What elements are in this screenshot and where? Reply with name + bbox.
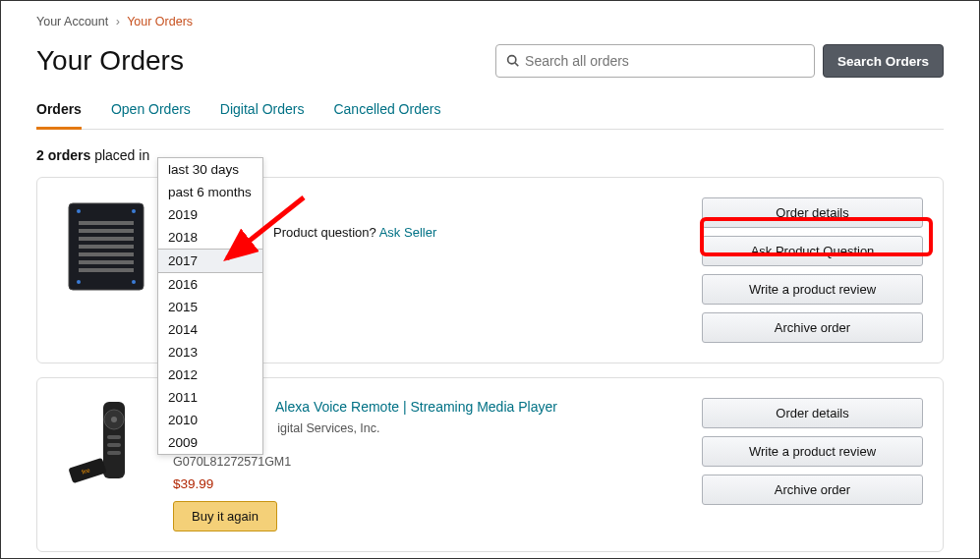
- search-icon: [506, 54, 519, 68]
- header: Your Orders Search Orders: [36, 44, 944, 78]
- filter-option[interactable]: 2013: [158, 341, 262, 363]
- svg-rect-17: [107, 435, 121, 439]
- app-frame: Your Account › Your Orders Your Orders S…: [0, 0, 980, 559]
- search-area: Search Orders: [495, 44, 944, 78]
- search-orders-button[interactable]: Search Orders: [823, 44, 944, 78]
- svg-point-6: [132, 280, 136, 284]
- write-review-button[interactable]: Write a product review: [702, 274, 923, 305]
- ask-seller-line: Product question? Ask Seller: [273, 225, 684, 240]
- svg-point-4: [132, 209, 136, 213]
- svg-rect-12: [79, 260, 134, 264]
- archive-order-button[interactable]: Archive order: [702, 312, 923, 343]
- time-filter-dropdown[interactable]: last 30 days past 6 months 2019 2018 201…: [157, 157, 263, 455]
- product-price: $39.99: [173, 476, 684, 491]
- svg-rect-11: [79, 252, 134, 256]
- page-title: Your Orders: [36, 45, 184, 77]
- order-details-button[interactable]: Order details: [702, 197, 923, 228]
- product-thumbnail[interactable]: fire: [57, 398, 155, 496]
- ask-product-question-button[interactable]: Ask Product Question: [702, 236, 923, 266]
- serial-value: G070L81272571GM1: [173, 455, 684, 469]
- breadcrumb-current: Your Orders: [127, 15, 193, 28]
- svg-line-1: [515, 63, 518, 66]
- tabs: Orders Open Orders Digital Orders Cancel…: [36, 101, 944, 130]
- filter-option[interactable]: 2016: [158, 273, 262, 296]
- search-input[interactable]: [525, 53, 804, 69]
- filter-option[interactable]: 2014: [158, 318, 262, 341]
- svg-point-3: [77, 209, 81, 213]
- filter-option[interactable]: 2018: [158, 226, 262, 249]
- filter-option-highlighted[interactable]: 2017: [158, 249, 262, 273]
- order-details-button[interactable]: Order details: [702, 398, 923, 428]
- ask-seller-link[interactable]: Ask Seller: [379, 225, 437, 240]
- svg-point-0: [508, 56, 516, 64]
- order-actions: Order details Ask Product Question Write…: [702, 197, 923, 343]
- svg-point-5: [77, 280, 81, 284]
- tab-orders[interactable]: Orders: [36, 101, 82, 130]
- filter-option[interactable]: 2015: [158, 296, 262, 318]
- filter-option[interactable]: 2009: [158, 431, 262, 454]
- filter-option[interactable]: last 30 days: [158, 158, 262, 181]
- svg-rect-9: [79, 237, 134, 241]
- filter-option[interactable]: 2012: [158, 363, 262, 386]
- order-actions: Order details Write a product review Arc…: [702, 398, 923, 531]
- svg-rect-8: [79, 229, 134, 233]
- breadcrumb-parent[interactable]: Your Account: [36, 15, 108, 28]
- breadcrumb: Your Account › Your Orders: [36, 15, 944, 28]
- tab-digital-orders[interactable]: Digital Orders: [220, 101, 305, 129]
- product-thumbnail[interactable]: [57, 197, 155, 296]
- svg-point-16: [111, 417, 117, 422]
- filter-option[interactable]: 2019: [158, 203, 262, 226]
- orders-count-suffix: placed in: [90, 147, 149, 163]
- tab-cancelled-orders[interactable]: Cancelled Orders: [333, 101, 440, 129]
- svg-rect-10: [79, 245, 134, 249]
- breadcrumb-sep: ›: [116, 15, 120, 28]
- filter-option[interactable]: past 6 months: [158, 181, 262, 203]
- orders-count-number: 2 orders: [36, 147, 90, 163]
- svg-rect-19: [107, 451, 121, 455]
- archive-order-button[interactable]: Archive order: [702, 475, 923, 505]
- tab-open-orders[interactable]: Open Orders: [111, 101, 191, 129]
- svg-rect-7: [79, 221, 134, 225]
- filter-option[interactable]: 2011: [158, 386, 262, 409]
- write-review-button[interactable]: Write a product review: [702, 436, 923, 467]
- filter-option[interactable]: 2010: [158, 409, 262, 431]
- buy-it-again-button[interactable]: Buy it again: [173, 501, 277, 531]
- svg-rect-13: [79, 268, 134, 272]
- svg-rect-18: [107, 443, 121, 447]
- ask-seller-prefix: Product question?: [273, 225, 379, 240]
- search-box[interactable]: [495, 44, 815, 78]
- product-title-link[interactable]: Alexa Voice Remote | Streaming Media Pla…: [272, 399, 557, 415]
